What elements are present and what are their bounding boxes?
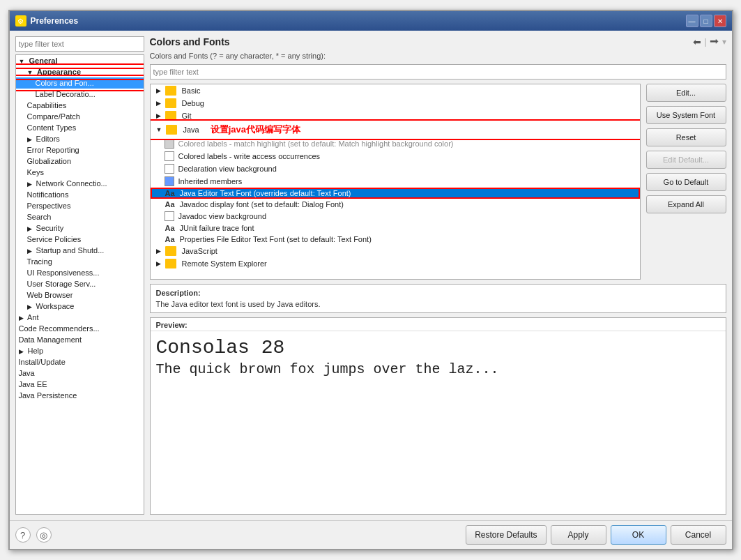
tree-item-tracing[interactable]: Tracing <box>16 256 144 267</box>
colors-filter-input[interactable] <box>150 64 726 80</box>
tree-item-label-install-update: Install/Update <box>19 358 66 366</box>
colors-item-inherited-members[interactable]: Inherited members <box>151 175 640 188</box>
preview-title: Preview: <box>151 318 726 331</box>
tree-item-help[interactable]: ▶ Help <box>16 345 144 356</box>
tree-item-compare-patch[interactable]: Compare/Patch <box>16 111 144 122</box>
tree-item-label-label-decorations: Label Decoratio... <box>36 90 96 98</box>
tree-item-label-help: Help <box>28 347 44 355</box>
colors-item-debug[interactable]: ▶ Debug <box>151 97 640 109</box>
tree-item-security[interactable]: ▶ Security <box>16 222 144 234</box>
tree-item-label-keys: Keys <box>27 168 44 176</box>
tree-item-data-management[interactable]: Data Management <box>16 334 144 345</box>
colors-item-java[interactable]: ▼ Java 设置java代码编写字体 <box>151 122 640 137</box>
colors-item-declaration-view-bg[interactable]: Declaration view background <box>151 162 640 175</box>
nav-forward-button[interactable]: ⮕ <box>710 36 719 47</box>
colors-item-java-editor-text[interactable]: Aa Java Editor Text Font (overrides defa… <box>151 188 640 199</box>
label-colored-labels-write: Colored labels - write access occurrence… <box>178 152 321 160</box>
colors-item-junit-failure[interactable]: Aa JUnit failure trace font <box>151 222 640 234</box>
tree-item-ant[interactable]: ▶ Ant <box>16 312 144 323</box>
tree-item-label-search: Search <box>27 213 52 221</box>
label-properties-file-editor-font: Properties File Editor Text Font (set to… <box>180 235 372 243</box>
tree-item-perspectives[interactable]: Perspectives <box>16 200 144 211</box>
tree-item-java-ee[interactable]: Java EE <box>16 379 144 390</box>
use-system-font-button[interactable]: Use System Font <box>646 106 726 124</box>
tree-item-install-update[interactable]: Install/Update <box>16 356 144 368</box>
expand-arrow-security: ▶ <box>27 225 32 232</box>
edit-default-button[interactable]: Edit Default... <box>646 151 726 169</box>
preview-large-text: Consolas 28 <box>156 337 720 358</box>
expand-arrow-editors: ▶ <box>27 136 32 143</box>
tree-item-java-persistence[interactable]: Java Persistence <box>16 390 144 401</box>
label-javadoc-view-bg: Javadoc view background <box>178 212 267 220</box>
ok-button[interactable]: OK <box>611 525 666 545</box>
tree-item-user-storage[interactable]: User Storage Serv... <box>16 278 144 289</box>
title-bar-left: ⚙ Preferences <box>15 15 79 27</box>
maximize-button[interactable]: □ <box>700 15 712 27</box>
label-colored-labels-highlight: Colored labels - match highlight (set to… <box>178 139 454 148</box>
tree-item-ui-responsiveness[interactable]: UI Responsiveness... <box>16 267 144 278</box>
tree-item-content-types[interactable]: Content Types <box>16 122 144 133</box>
tree-item-web-browser[interactable]: Web Browser <box>16 289 144 301</box>
apply-button[interactable]: Apply <box>551 525 606 545</box>
edit-button[interactable]: Edit... <box>646 84 726 102</box>
left-filter-input[interactable] <box>15 36 144 52</box>
colors-item-properties-file-editor[interactable]: Aa Properties File Editor Text Font (set… <box>151 234 640 245</box>
colors-item-basic[interactable]: ▶ Basic <box>151 84 640 97</box>
tree-item-java[interactable]: Java <box>16 368 144 379</box>
tree-item-label-code-recommenders: Code Recommenders... <box>19 324 100 333</box>
tree-item-keys[interactable]: Keys <box>16 167 144 178</box>
colors-item-git[interactable]: ▶ Git <box>151 109 640 122</box>
tree-item-appearance[interactable]: ▼ Appearance <box>16 66 144 77</box>
colors-item-remote-system-explorer[interactable]: ▶ Remote System Explorer <box>151 257 640 270</box>
tree-item-service-policies[interactable]: Service Policies <box>16 234 144 245</box>
expand-arrow-appearance: ▼ <box>27 69 33 76</box>
colors-item-colored-labels-write[interactable]: Colored labels - write access occurrence… <box>151 150 640 162</box>
colors-item-javadoc-view-bg[interactable]: Javadoc view background <box>151 210 640 222</box>
expand-icon-java: ▼ <box>156 126 162 133</box>
tree-item-capabilities[interactable]: Capabilities <box>16 100 144 111</box>
folder-icon-java <box>166 125 177 135</box>
info-icon[interactable]: ◎ <box>36 527 52 543</box>
tree-item-label-java-persistence: Java Persistence <box>19 391 77 400</box>
expand-all-button[interactable]: Expand All <box>646 195 726 213</box>
folder-icon-debug <box>165 98 176 108</box>
tree-item-label-data-management: Data Management <box>19 335 82 344</box>
tree-item-label-appearance: Appearance <box>37 68 81 76</box>
colors-item-javascript[interactable]: ▶ JavaScript <box>151 245 640 257</box>
tree-item-globalization[interactable]: Globalization <box>16 156 144 167</box>
preferences-window: ⚙ Preferences — □ ✕ ▼ General ▼ Appearan <box>8 10 733 550</box>
colors-item-colored-labels-highlight[interactable]: Colored labels - match highlight (set to… <box>151 137 640 150</box>
tree-item-startup-shutdown[interactable]: ▶ Startup and Shutd... <box>16 245 144 256</box>
tree-item-colors-fonts[interactable]: Colors and Fon... <box>16 77 144 89</box>
nav-back-button[interactable]: ⬅ <box>693 36 701 47</box>
swatch-declaration-view-bg <box>165 164 174 174</box>
window-title: Preferences <box>31 16 79 26</box>
reset-button[interactable]: Reset <box>646 128 726 146</box>
tree-item-label-decorations[interactable]: Label Decoratio... <box>16 89 144 100</box>
title-controls: — □ ✕ <box>686 15 726 27</box>
preview-box: Preview: Consolas 28 The quick brown fox… <box>150 317 726 515</box>
restore-defaults-button[interactable]: Restore Defaults <box>466 525 546 545</box>
go-to-default-button[interactable]: Go to Default <box>646 173 726 191</box>
tree-item-label-ui-responsiveness: UI Responsiveness... <box>27 268 100 277</box>
expand-arrow-workspace: ▶ <box>27 303 32 310</box>
minimize-button[interactable]: — <box>686 15 698 27</box>
folder-icon-basic <box>165 86 176 96</box>
label-java: Java <box>183 126 199 134</box>
tree-item-error-reporting[interactable]: Error Reporting <box>16 144 144 156</box>
tree-item-general[interactable]: ▼ General <box>16 55 144 66</box>
close-button[interactable]: ✕ <box>714 15 726 27</box>
tree-item-search[interactable]: Search <box>16 211 144 222</box>
tree-item-editors[interactable]: ▶ Editors <box>16 133 144 144</box>
tree-item-network-connections[interactable]: ▶ Network Connectio... <box>16 178 144 189</box>
cancel-button[interactable]: Cancel <box>671 525 726 545</box>
expand-arrow-startup: ▶ <box>27 248 32 255</box>
panel-title: Colors and Fonts <box>150 36 230 47</box>
help-icon[interactable]: ? <box>15 527 31 543</box>
nav-separator2: ▾ <box>722 37 726 47</box>
tree-item-workspace[interactable]: ▶ Workspace <box>16 301 144 312</box>
tree-item-notifications[interactable]: Notifications <box>16 189 144 200</box>
colors-item-javadoc-display[interactable]: Aa Javadoc display font (set to default:… <box>151 199 640 210</box>
expand-arrow-general: ▼ <box>19 58 25 65</box>
tree-item-code-recommenders[interactable]: Code Recommenders... <box>16 323 144 334</box>
